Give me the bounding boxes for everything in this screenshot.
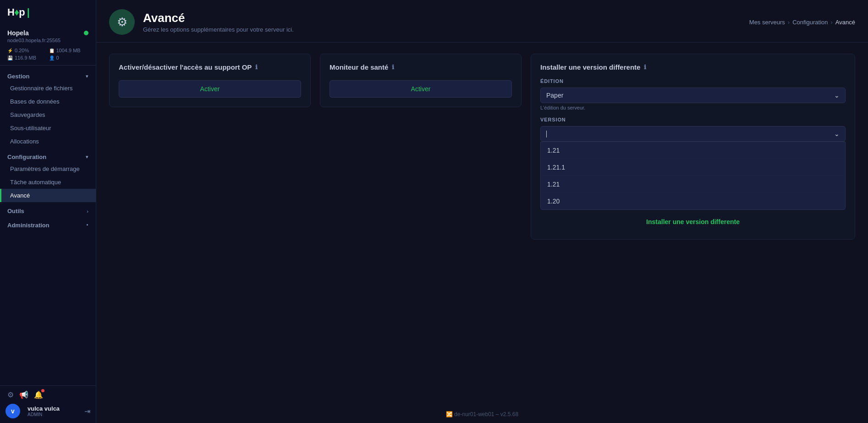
cpu-icon: ⚡	[7, 48, 13, 53]
sidebar-item-sauvegardes[interactable]: Sauvegardes	[0, 108, 96, 121]
page-content: Activer/désactiver l'accès au support OP…	[96, 43, 868, 406]
sidebar-actions: ⚙ 📢 🔔	[5, 390, 90, 399]
players-value: 0	[56, 55, 59, 60]
page-subtitle: Gérez les options supplémentaires pour v…	[143, 26, 294, 33]
nav-section-gestion-header[interactable]: Gestion ▾	[0, 69, 96, 82]
page-icon: ⚙	[109, 9, 135, 35]
version-dropdown-wrapper: 1.21 1.21.1 1.21 1.20	[540, 142, 846, 210]
nav-section-gestion-arrow: ▾	[86, 73, 88, 79]
card-support: Activer/désactiver l'accès au support OP…	[109, 54, 311, 107]
server-host: node03.hopela.fr:25565	[7, 38, 88, 43]
sidebar-item-sous-utilisateur[interactable]: Sous-utilisateur	[0, 121, 96, 135]
user-info: vulca vulca ADMIN	[27, 405, 60, 417]
avatar: v	[5, 404, 20, 418]
edition-hint: L'édition du serveur.	[540, 105, 846, 110]
version-chevron-icon: ⌄	[834, 130, 840, 137]
sidebar-nav: Gestion ▾ Gestionnaire de fichiers Bases…	[0, 66, 96, 385]
nav-section-administration: Administration ·	[0, 218, 96, 231]
health-info-icon[interactable]: ℹ	[392, 64, 394, 71]
card-install-title: Installer une version differente ℹ	[540, 63, 846, 71]
sidebar-bottom: ⚙ 📢 🔔 v vulca vulca ADMIN ⇥	[0, 385, 96, 423]
version-item-1-21-1[interactable]: 1.21.1	[541, 159, 845, 176]
players-stat: 👤 0	[49, 55, 89, 60]
online-indicator	[84, 31, 88, 35]
memory-value: 1004.9 MB	[56, 48, 81, 53]
nav-section-gestion-title: Gestion	[7, 73, 29, 80]
user-row: v vulca vulca ADMIN ⇥	[5, 404, 90, 418]
user-name: vulca vulca	[27, 405, 60, 412]
edition-select[interactable]: Paper ⌄	[540, 88, 846, 103]
user-role: ADMIN	[27, 412, 60, 417]
nav-section-outils-title: Outils	[7, 208, 24, 214]
version-dropdown: 1.21 1.21.1 1.21 1.20	[540, 142, 846, 210]
disk-value: 116.9 MB	[15, 55, 36, 60]
card-health: Moniteur de santé ℹ Activer	[320, 54, 522, 107]
edition-value: Paper	[546, 92, 563, 99]
logout-icon[interactable]: ⇥	[84, 407, 90, 416]
health-activate-button[interactable]: Activer	[330, 80, 512, 98]
server-info: Hopela node03.hopela.fr:25565 ⚡ 0.20% 📋 …	[0, 25, 96, 66]
version-item-1-21[interactable]: 1.21	[541, 142, 845, 159]
page-title-block: Avancé Gérez les options supplémentaires…	[143, 11, 294, 33]
cpu-value: 0.20%	[15, 48, 29, 53]
version-item-1-20[interactable]: 1.20	[541, 193, 845, 209]
server-name: Hopela	[7, 29, 29, 37]
nav-section-configuration: Configuration ▾ Paramètres de démarrage …	[0, 150, 96, 202]
cards-row: Activer/désactiver l'accès au support OP…	[109, 54, 855, 240]
nav-section-administration-header[interactable]: Administration ·	[0, 218, 96, 231]
nav-section-configuration-header[interactable]: Configuration ▾	[0, 150, 96, 162]
support-info-icon[interactable]: ℹ	[255, 64, 258, 71]
sidebar: H♦p | Hopela node03.hopela.fr:25565 ⚡ 0.…	[0, 0, 96, 423]
breadcrumb-sep-2: ›	[831, 19, 833, 26]
bell-icon[interactable]: 🔔	[34, 390, 43, 399]
chevron-down-icon: ⌄	[834, 92, 840, 99]
nav-administration-dot: ·	[86, 221, 88, 229]
nav-section-gestion: Gestion ▾ Gestionnaire de fichiers Bases…	[0, 69, 96, 148]
version-input[interactable]: ⌄	[540, 126, 846, 142]
logo-text: H♦p |	[7, 6, 29, 18]
sidebar-item-fichiers[interactable]: Gestionnaire de fichiers	[0, 82, 96, 95]
footer-text: 🔀 de-nur01-web01 – v2.5.68	[446, 411, 518, 418]
input-cursor	[546, 131, 547, 137]
version-item-1-21-b[interactable]: 1.21	[541, 176, 845, 193]
page-footer: 🔀 de-nur01-web01 – v2.5.68	[96, 406, 868, 423]
nav-section-configuration-title: Configuration	[7, 154, 46, 160]
breadcrumb-configuration[interactable]: Configuration	[792, 19, 828, 26]
nav-section-outils-arrow: ›	[87, 209, 88, 214]
page-header-left: ⚙ Avancé Gérez les options supplémentair…	[109, 9, 294, 35]
sidebar-item-params-demarrage[interactable]: Paramètres de démarrage	[0, 162, 96, 176]
sidebar-item-tache-auto[interactable]: Tâche automatique	[0, 176, 96, 189]
main-content: ⚙ Avancé Gérez les options supplémentair…	[96, 0, 868, 423]
memory-stat: 📋 1004.9 MB	[49, 48, 89, 53]
sidebar-item-avance[interactable]: Avancé	[0, 189, 96, 202]
disk-icon: 💾	[7, 55, 13, 60]
players-icon: 👤	[49, 55, 55, 60]
install-button[interactable]: Installer une version differente	[540, 214, 846, 230]
memory-icon: 📋	[49, 48, 55, 53]
version-label: VERSION	[540, 117, 846, 122]
install-info-icon[interactable]: ℹ	[644, 64, 646, 71]
bell-badge	[41, 389, 44, 392]
nav-section-outils-header[interactable]: Outils ›	[0, 204, 96, 216]
breadcrumb-mes-serveurs[interactable]: Mes serveurs	[749, 19, 785, 26]
nav-section-configuration-arrow: ▾	[86, 154, 88, 160]
cpu-stat: ⚡ 0.20%	[7, 48, 47, 53]
page-header: ⚙ Avancé Gérez les options supplémentair…	[96, 0, 868, 43]
logo: H♦p |	[0, 0, 96, 25]
breadcrumb-sep-1: ›	[788, 19, 790, 26]
settings-icon[interactable]: ⚙	[7, 390, 14, 399]
gear-cog-icon: ⚙	[117, 15, 127, 29]
sidebar-item-databases[interactable]: Bases de données	[0, 95, 96, 108]
card-install: Installer une version differente ℹ ÉDITI…	[531, 54, 855, 240]
edition-label: ÉDITION	[540, 78, 846, 84]
card-support-title: Activer/désactiver l'accès au support OP…	[119, 63, 301, 71]
nav-section-administration-title: Administration	[7, 222, 49, 229]
breadcrumb: Mes serveurs › Configuration › Avancé	[749, 19, 855, 26]
nav-section-outils: Outils ›	[0, 204, 96, 216]
megaphone-icon[interactable]: 📢	[19, 390, 28, 399]
server-stats: ⚡ 0.20% 📋 1004.9 MB 💾 116.9 MB 👤 0	[7, 48, 88, 60]
page-title: Avancé	[143, 11, 294, 25]
card-health-title: Moniteur de santé ℹ	[330, 63, 512, 71]
sidebar-item-allocations[interactable]: Allocations	[0, 135, 96, 148]
support-activate-button[interactable]: Activer	[119, 80, 301, 98]
